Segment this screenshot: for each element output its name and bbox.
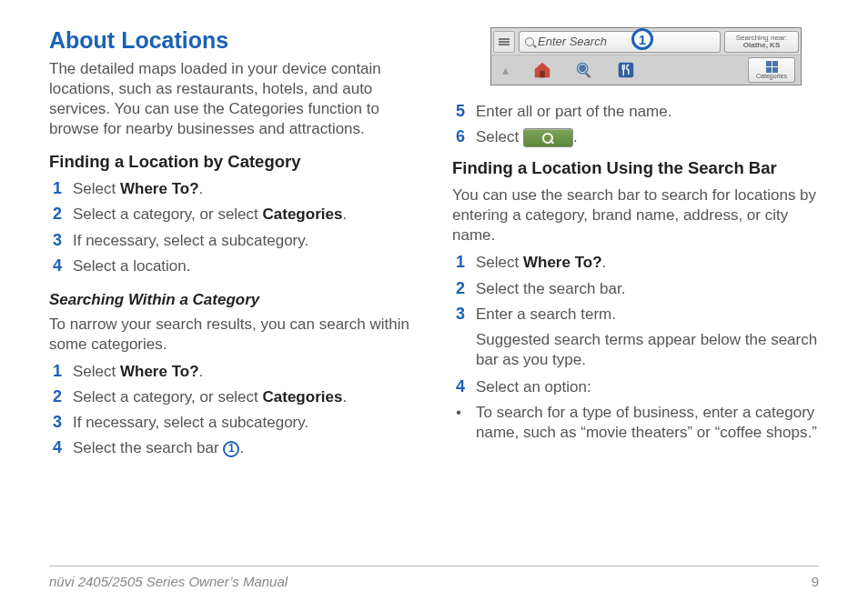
step-bold: Where To? bbox=[523, 254, 602, 271]
step-row: 4 Select a location. bbox=[49, 256, 416, 276]
step-pre: Select a category, or select bbox=[73, 388, 263, 406]
step-row: 3 If necessary, select a subcategory. bbox=[49, 413, 416, 433]
step-row: 2 Select the search bar. bbox=[452, 279, 819, 299]
screenshot-bottom-bar: ▴ Categories bbox=[491, 55, 801, 85]
step-post: . bbox=[239, 439, 244, 456]
step-post: . bbox=[342, 388, 347, 406]
step-number: 2 bbox=[49, 387, 62, 406]
subsection-intro: To narrow your search results, you can s… bbox=[49, 315, 416, 355]
step-row: 6 Select . bbox=[452, 127, 819, 147]
step-number: 4 bbox=[49, 256, 62, 275]
callout-circle-one-icon: 1 bbox=[223, 441, 239, 457]
left-column: About Locations The detailed maps loaded… bbox=[49, 27, 416, 536]
step-pre: Select bbox=[73, 363, 120, 380]
searching-near-box: Searching near: Olathe, KS bbox=[724, 31, 799, 53]
section-search-bar-intro: You can use the search bar to search for… bbox=[452, 185, 819, 245]
globe-search-icon bbox=[571, 58, 597, 82]
subsection-searching-within-title: Searching Within a Category bbox=[49, 291, 416, 309]
step-text: Select an option: bbox=[476, 377, 591, 397]
svg-rect-3 bbox=[585, 73, 590, 78]
step-number: 3 bbox=[49, 231, 62, 250]
step-row: 2 Select a category, or select Categorie… bbox=[49, 205, 416, 225]
screenshot-search-field: Enter Search bbox=[519, 31, 721, 53]
section-finding-by-category-title: Finding a Location by Category bbox=[49, 152, 416, 172]
step-number: 1 bbox=[49, 362, 62, 381]
step-pre: Select bbox=[476, 254, 523, 271]
step-text: If necessary, select a subcategory. bbox=[73, 413, 308, 433]
step-number: 5 bbox=[452, 102, 465, 121]
up-arrow-icon: ▴ bbox=[497, 62, 513, 78]
step-bold: Where To? bbox=[120, 180, 199, 197]
step-post: . bbox=[602, 254, 607, 271]
manual-page: About Locations The detailed maps loaded… bbox=[0, 0, 868, 611]
step-bold: Categories bbox=[263, 388, 343, 406]
step-row: 1 Select Where To?. bbox=[49, 362, 416, 382]
step-text: Select Where To?. bbox=[73, 179, 203, 199]
search-placeholder-text: Enter Search bbox=[538, 35, 607, 48]
step-row: 2 Select a category, or select Categorie… bbox=[49, 387, 416, 407]
page-title: About Locations bbox=[49, 27, 416, 54]
step-post: . bbox=[342, 205, 347, 223]
step-pre: Select bbox=[73, 180, 120, 197]
step-text: Select a location. bbox=[73, 256, 190, 276]
grid-icon bbox=[766, 61, 778, 73]
step-number: 1 bbox=[49, 179, 62, 198]
step-pre: Select a category, or select bbox=[73, 205, 263, 223]
bullet-row: • To search for a type of business, ente… bbox=[452, 403, 819, 443]
step-number: 1 bbox=[452, 253, 465, 272]
step-row: 3 Enter a search term. bbox=[452, 305, 819, 325]
home-icon bbox=[530, 58, 555, 82]
near-label-bottom: Olathe, KS bbox=[743, 42, 780, 49]
step-post: . bbox=[199, 363, 204, 380]
step-row: 3 If necessary, select a subcategory. bbox=[49, 231, 416, 251]
svg-rect-4 bbox=[619, 63, 634, 78]
step-text: Select the search bar. bbox=[476, 279, 625, 299]
step-number: 6 bbox=[452, 127, 465, 146]
categories-button: Categories bbox=[748, 57, 795, 83]
magnifier-icon bbox=[525, 37, 534, 46]
step-row: 5 Enter all or part of the name. bbox=[452, 102, 819, 122]
step-post: . bbox=[573, 128, 578, 145]
right-column: 1 Enter Search Searching near: Olathe, K… bbox=[452, 27, 819, 536]
step-row: 1 Select Where To?. bbox=[49, 179, 416, 199]
step-bold: Categories bbox=[263, 205, 343, 223]
step-number: 3 bbox=[49, 413, 62, 432]
step-bold: Where To? bbox=[120, 363, 199, 380]
step-number: 4 bbox=[452, 377, 465, 396]
step-note: Suggested search terms appear below the … bbox=[476, 330, 819, 370]
step-row: 4 Select the search bar 1. bbox=[49, 438, 416, 458]
step-text: Enter a search term. bbox=[476, 305, 616, 325]
step-text: Select a category, or select Categories. bbox=[73, 387, 347, 407]
step-text: Select . bbox=[476, 127, 578, 147]
two-column-layout: About Locations The detailed maps loaded… bbox=[49, 27, 819, 536]
step-number: 3 bbox=[452, 305, 465, 324]
svg-rect-0 bbox=[540, 71, 545, 77]
step-pre: Select bbox=[476, 128, 523, 145]
bullet-icon: • bbox=[452, 405, 465, 421]
footer-page-number: 9 bbox=[812, 574, 819, 589]
step-pre: Select the search bar bbox=[73, 439, 223, 456]
intro-paragraph: The detailed maps loaded in your device … bbox=[49, 59, 416, 139]
footer-manual-title: nüvi 2405/2505 Series Owner’s Manual bbox=[49, 574, 288, 589]
food-icon bbox=[613, 58, 639, 82]
screenshot-callout-one-icon: 1 bbox=[631, 28, 653, 50]
step-text: If necessary, select a subcategory. bbox=[73, 231, 308, 251]
bullet-text: To search for a type of business, enter … bbox=[476, 403, 819, 443]
search-button-graphic bbox=[523, 128, 573, 147]
step-text: Select Where To?. bbox=[476, 253, 606, 273]
step-number: 2 bbox=[49, 205, 62, 224]
step-text: Select the search bar 1. bbox=[73, 438, 244, 458]
menu-icon bbox=[493, 31, 515, 53]
step-number: 4 bbox=[49, 438, 62, 457]
step-number: 2 bbox=[452, 279, 465, 298]
page-footer: nüvi 2405/2505 Series Owner’s Manual 9 bbox=[49, 566, 819, 589]
step-text: Enter all or part of the name. bbox=[476, 102, 671, 122]
magnifier-icon bbox=[542, 133, 553, 144]
device-screenshot: 1 Enter Search Searching near: Olathe, K… bbox=[490, 27, 802, 85]
categories-label: Categories bbox=[756, 73, 787, 79]
step-text: Select a category, or select Categories. bbox=[73, 205, 347, 225]
step-post: . bbox=[199, 180, 204, 197]
step-row: 4 Select an option: bbox=[452, 377, 819, 397]
section-search-bar-title: Finding a Location Using the Search Bar bbox=[452, 158, 819, 178]
step-row: 1 Select Where To?. bbox=[452, 253, 819, 273]
